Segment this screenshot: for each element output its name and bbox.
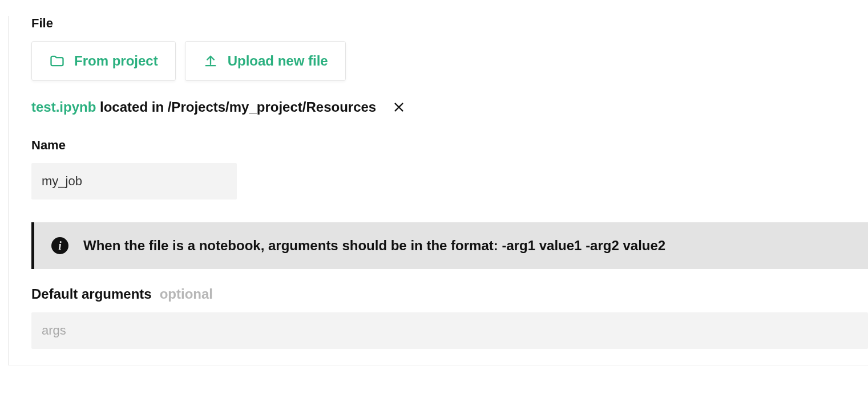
optional-label: optional bbox=[160, 286, 213, 302]
selected-file-name: test.ipynb bbox=[31, 99, 96, 115]
name-input[interactable] bbox=[31, 163, 237, 199]
default-arguments-input[interactable] bbox=[31, 312, 868, 349]
info-icon: i bbox=[51, 237, 68, 254]
selected-file-location-text: located in /Projects/my_project/Resource… bbox=[100, 99, 376, 115]
info-banner: i When the file is a notebook, arguments… bbox=[31, 222, 868, 269]
file-section-label: File bbox=[31, 16, 868, 31]
clear-file-button[interactable] bbox=[392, 100, 406, 114]
file-source-buttons: From project Upload new file bbox=[31, 41, 868, 81]
from-project-label: From project bbox=[74, 53, 158, 69]
info-banner-message: When the file is a notebook, arguments s… bbox=[83, 238, 665, 254]
upload-new-file-button[interactable]: Upload new file bbox=[185, 41, 346, 81]
default-arguments-label-row: Default arguments optional bbox=[31, 286, 868, 302]
default-arguments-label: Default arguments bbox=[31, 286, 152, 302]
name-section-label: Name bbox=[31, 138, 868, 153]
folder-icon bbox=[49, 53, 65, 69]
selected-file-line: test.ipynb located in /Projects/my_proje… bbox=[31, 99, 868, 115]
upload-icon bbox=[203, 53, 219, 69]
form-panel: File From project Upload new file tes bbox=[8, 16, 868, 365]
selected-file-text: test.ipynb located in /Projects/my_proje… bbox=[31, 99, 376, 115]
from-project-button[interactable]: From project bbox=[31, 41, 176, 81]
upload-new-file-label: Upload new file bbox=[228, 53, 328, 69]
